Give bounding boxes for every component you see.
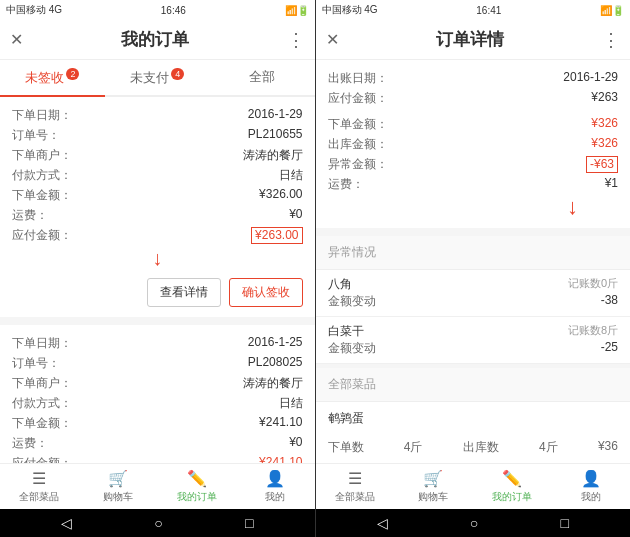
order-row: 付款方式： 日结 (12, 395, 303, 412)
order-row: 下单金额： ¥326.00 (12, 187, 303, 204)
order-payable-row: 应付金额： ¥263.00 (12, 227, 303, 244)
right-app-header: ✕ 订单详情 ⋮ (316, 20, 631, 60)
right-nav-all-items[interactable]: ☰ 全部菜品 (316, 464, 395, 509)
right-nav-orders[interactable]: ✏️ 我的订单 (473, 464, 552, 509)
anomaly-item-row: 白菜干 记账数8斤 (328, 323, 619, 340)
right-signal-icons: 📶🔋 (600, 5, 624, 16)
left-signal-icons: 📶🔋 (285, 5, 309, 16)
right-close-button[interactable]: ✕ (326, 30, 339, 49)
anomaly-item-row: 八角 记账数0斤 (328, 276, 619, 293)
right-back-button[interactable]: ◁ (377, 515, 388, 531)
tab-unsigned[interactable]: 未签收2 (0, 60, 105, 97)
warehouse-qty-value: 4斤 (539, 439, 558, 456)
left-more-button[interactable]: ⋮ (287, 29, 305, 51)
right-nav-profile[interactable]: 👤 我的 (551, 464, 630, 509)
detail-row: 出库金额： ¥326 (328, 136, 619, 153)
left-tabs: 未签收2 未支付4 全部 (0, 60, 315, 97)
left-status-bar: 中国移动 4G 16:46 📶🔋 (0, 0, 315, 20)
right-recent-button[interactable]: □ (560, 515, 568, 531)
right-page-title: 订单详情 (436, 28, 504, 51)
detail-content: 出账日期： 2016-1-29 应付金额： ¥263 下单金额： ¥326 出库… (316, 60, 631, 463)
nav-my-orders[interactable]: ✏️ 我的订单 (157, 464, 236, 509)
product-name: 鹌鹑蛋 (328, 411, 364, 425)
order-row: 运费： ¥0 (12, 435, 303, 452)
right-menu-icon: ☰ (348, 469, 362, 488)
right-nav-cart[interactable]: 🛒 购物车 (394, 464, 473, 509)
right-home-button[interactable]: ○ (470, 515, 478, 531)
right-time: 16:41 (476, 5, 501, 16)
anomaly-section: 异常情况 八角 记账数0斤 金额变动 -38 白菜干 记账数8斤 (316, 236, 631, 364)
unpaid-badge: 4 (171, 68, 184, 80)
left-time: 16:46 (161, 5, 186, 16)
order-row: 下单商户： 涛涛的餐厅 (12, 375, 303, 392)
nav-profile[interactable]: 👤 我的 (236, 464, 315, 509)
all-section-header: 全部菜品 (316, 368, 631, 402)
detail-row: 应付金额： ¥263 (328, 90, 619, 107)
product-details-row: 下单数 4斤 出库数 4斤 ¥36 (316, 435, 631, 463)
home-button[interactable]: ○ (154, 515, 162, 531)
profile-icon: 👤 (265, 469, 285, 488)
nav-cart-label: 购物车 (103, 490, 133, 504)
left-app-header: ✕ 我的订单 ⋮ (0, 20, 315, 60)
order-qty-label: 下单数 (328, 439, 364, 456)
anomaly-item-1: 八角 记账数0斤 金额变动 -38 (316, 270, 631, 317)
order-row: 运费： ¥0 (12, 207, 303, 224)
detail-row: 下单金额： ¥326 (328, 116, 619, 133)
left-page-title: 我的订单 (121, 28, 189, 51)
right-bottom-nav: ☰ 全部菜品 🛒 购物车 ✏️ 我的订单 👤 我的 (316, 463, 631, 509)
view-detail-button[interactable]: 查看详情 (147, 278, 221, 307)
anomaly-item-2: 白菜干 记账数8斤 金额变动 -25 (316, 317, 631, 364)
tab-unpaid[interactable]: 未支付4 (105, 60, 210, 95)
order-row: 下单金额： ¥241.10 (12, 415, 303, 432)
nav-profile-label: 我的 (265, 490, 285, 504)
order-card-1: 下单日期： 2016-1-29 订单号： PL210655 下单商户： 涛涛的餐… (0, 97, 315, 317)
order-row: 下单日期： 2016-1-29 (12, 107, 303, 124)
order-qty-value: 4斤 (404, 439, 423, 456)
nav-cart[interactable]: 🛒 购物车 (79, 464, 158, 509)
nav-orders-label: 我的订单 (177, 490, 217, 504)
left-system-nav: ◁ ○ □ (0, 509, 315, 537)
nav-all-items[interactable]: ☰ 全部菜品 (0, 464, 79, 509)
unsigned-badge: 2 (66, 68, 79, 80)
back-button[interactable]: ◁ (61, 515, 72, 531)
anomaly-change-row: 金额变动 -38 (328, 293, 619, 310)
left-phone: 中国移动 4G 16:46 📶🔋 ✕ 我的订单 ⋮ 未签收2 未支付4 全部 下… (0, 0, 316, 537)
tab-all[interactable]: 全部 (210, 60, 315, 95)
right-orders-icon: ✏️ (502, 469, 522, 488)
order-payable-row: 应付金额： ¥241.10 (12, 455, 303, 463)
orders-icon: ✏️ (187, 469, 207, 488)
right-phone: 中国移动 4G 16:41 📶🔋 ✕ 订单详情 ⋮ 出账日期： 2016-1-2… (316, 0, 631, 537)
order-row: 订单号： PL210655 (12, 127, 303, 144)
right-nav-orders-label: 我的订单 (492, 490, 532, 504)
detail-anomaly-row: 异常金额： -¥63 (328, 156, 619, 173)
right-cart-icon: 🛒 (423, 469, 443, 488)
right-system-nav: ◁ ○ □ (316, 509, 631, 537)
left-close-button[interactable]: ✕ (10, 30, 23, 49)
confirm-receive-button[interactable]: 确认签收 (229, 278, 303, 307)
anomaly-section-header: 异常情况 (316, 236, 631, 270)
product-price: ¥36 (598, 439, 618, 456)
left-bottom-nav: ☰ 全部菜品 🛒 购物车 ✏️ 我的订单 👤 我的 (0, 463, 315, 509)
order-row: 下单日期： 2016-1-25 (12, 335, 303, 352)
right-carrier: 中国移动 4G (322, 3, 378, 17)
right-more-button[interactable]: ⋮ (602, 29, 620, 51)
anomaly-change-row: 金额变动 -25 (328, 340, 619, 357)
detail-row: 出账日期： 2016-1-29 (328, 70, 619, 87)
right-nav-cart-label: 购物车 (418, 490, 448, 504)
detail-top-info: 出账日期： 2016-1-29 应付金额： ¥263 下单金额： ¥326 出库… (316, 60, 631, 228)
recent-button[interactable]: □ (245, 515, 253, 531)
right-nav-profile-label: 我的 (581, 490, 601, 504)
cart-icon: 🛒 (108, 469, 128, 488)
down-arrow-indicator: ↓ (12, 247, 303, 270)
order-card-2: 下单日期： 2016-1-25 订单号： PL208025 下单商户： 涛涛的餐… (0, 325, 315, 463)
all-products-section: 全部菜品 鹌鹑蛋 下单数 4斤 出库数 4斤 ¥36 (316, 368, 631, 463)
order-row: 付款方式： 日结 (12, 167, 303, 184)
left-carrier: 中国移动 4G (6, 3, 62, 17)
down-arrow-detail: ↓ (328, 196, 619, 218)
right-nav-all-label: 全部菜品 (335, 490, 375, 504)
order-actions: 查看详情 确认签收 (12, 278, 303, 307)
product-name-row: 鹌鹑蛋 (316, 402, 631, 435)
right-status-bar: 中国移动 4G 16:41 📶🔋 (316, 0, 631, 20)
nav-all-items-label: 全部菜品 (19, 490, 59, 504)
right-profile-icon: 👤 (581, 469, 601, 488)
